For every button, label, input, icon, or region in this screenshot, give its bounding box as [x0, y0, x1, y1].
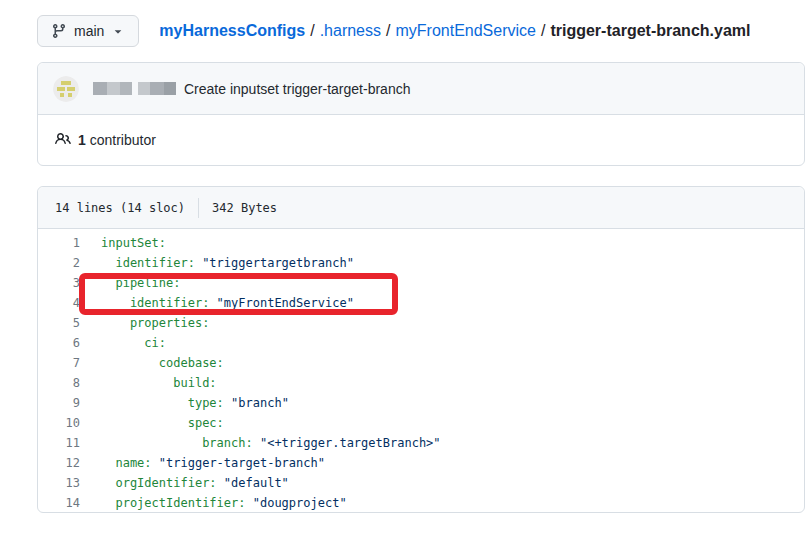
github-file-page: main myHarnessConfigs / .harness / myFro… — [0, 0, 807, 533]
line-number[interactable]: 14 — [38, 493, 86, 513]
commit-message-link[interactable]: Create inputset trigger-target-branch — [184, 81, 410, 97]
code-text: properties: — [86, 313, 209, 333]
branch-name-label: main — [74, 23, 104, 39]
file-meta-header: 14 lines (14 sloc) 342 Bytes — [38, 187, 804, 229]
code-text: identifier: "triggertargetbranch" — [86, 253, 354, 273]
line-number[interactable]: 11 — [38, 433, 86, 453]
commit-header: Create inputset trigger-target-branch — [38, 63, 804, 115]
line-number[interactable]: 2 — [38, 253, 86, 273]
file-lines-info: 14 lines (14 sloc) — [55, 201, 185, 215]
code-text: name: "trigger-target-branch" — [86, 453, 325, 473]
breadcrumb: myHarnessConfigs / .harness / myFrontEnd… — [159, 22, 750, 40]
people-icon — [55, 131, 71, 150]
code-line: 4 identifier: "myFrontEndService" — [38, 293, 804, 313]
line-number[interactable]: 1 — [38, 233, 86, 253]
code-line: 12 name: "trigger-target-branch" — [38, 453, 804, 473]
breadcrumb-repo-link[interactable]: myHarnessConfigs — [159, 22, 305, 40]
code-line: 7 codebase: — [38, 353, 804, 373]
code-line: 1inputSet: — [38, 233, 804, 253]
file-navigation-bar: main myHarnessConfigs / .harness / myFro… — [37, 15, 750, 47]
breadcrumb-dir-link-frontendservice[interactable]: myFrontEndService — [395, 22, 536, 40]
line-number[interactable]: 9 — [38, 393, 86, 413]
latest-commit-box: Create inputset trigger-target-branch 1 … — [37, 62, 805, 166]
code-text: projectIdentifier: "dougproject" — [86, 493, 347, 513]
code-line: 6 ci: — [38, 333, 804, 353]
code-line: 2 identifier: "triggertargetbranch" — [38, 253, 804, 273]
code-text: branch: "<+trigger.targetBranch>" — [86, 433, 441, 453]
code-line: 9 type: "branch" — [38, 393, 804, 413]
code-text: type: "branch" — [86, 393, 289, 413]
breadcrumb-dir-link-harness[interactable]: .harness — [320, 22, 381, 40]
line-number[interactable]: 12 — [38, 453, 86, 473]
meta-divider — [198, 198, 199, 218]
code-text: orgIdentifier: "default" — [86, 473, 289, 493]
code-line: 14 projectIdentifier: "dougproject" — [38, 493, 804, 513]
code-rows: 1inputSet:2 identifier: "triggertargetbr… — [38, 229, 804, 513]
line-number[interactable]: 3 — [38, 273, 86, 293]
line-number[interactable]: 5 — [38, 313, 86, 333]
contributors-row[interactable]: 1 contributor — [38, 115, 804, 165]
git-branch-icon — [51, 23, 67, 39]
file-content-box: 14 lines (14 sloc) 342 Bytes 1inputSet:2… — [37, 186, 805, 513]
line-number[interactable]: 6 — [38, 333, 86, 353]
code-line: 8 build: — [38, 373, 804, 393]
branch-selector-button[interactable]: main — [37, 15, 139, 47]
line-number[interactable]: 4 — [38, 293, 86, 313]
line-number[interactable]: 10 — [38, 413, 86, 433]
file-size: 342 Bytes — [212, 201, 277, 215]
code-line: 11 branch: "<+trigger.targetBranch>" — [38, 433, 804, 453]
code-text: pipeline: — [86, 273, 180, 293]
line-number[interactable]: 8 — [38, 373, 86, 393]
code-text: identifier: "myFrontEndService" — [86, 293, 354, 313]
code-text: ci: — [86, 333, 166, 353]
breadcrumb-separator: / — [310, 22, 314, 40]
code-line: 13 orgIdentifier: "default" — [38, 473, 804, 493]
code-line: 5 properties: — [38, 313, 804, 333]
code-text: spec: — [86, 413, 224, 433]
code-line: 10 spec: — [38, 413, 804, 433]
chevron-down-icon — [111, 24, 125, 38]
code-text: inputSet: — [86, 233, 166, 253]
redacted-username — [93, 82, 176, 95]
line-number[interactable]: 7 — [38, 353, 86, 373]
code-text: build: — [86, 373, 217, 393]
line-number[interactable]: 13 — [38, 473, 86, 493]
code-text: codebase: — [86, 353, 224, 373]
identicon-avatar[interactable] — [53, 76, 79, 102]
breadcrumb-separator: / — [386, 22, 390, 40]
breadcrumb-separator: / — [541, 22, 545, 40]
code-line: 3 pipeline: — [38, 273, 804, 293]
breadcrumb-current-file: trigger-target-branch.yaml — [550, 22, 750, 40]
contributors-label: 1 contributor — [78, 132, 156, 148]
